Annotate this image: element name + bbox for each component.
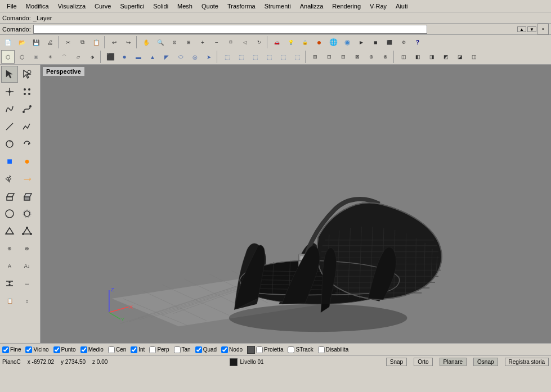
viewport[interactable]: Perspective — [41, 65, 551, 343]
tb2-m4[interactable]: ⬚ — [262, 50, 276, 64]
tb-paste[interactable]: 📋 — [89, 35, 103, 49]
tb-lock[interactable]: 🔒 — [298, 35, 312, 49]
tb2-n4[interactable]: ⊠ — [351, 50, 364, 64]
tb2-r5[interactable]: ◪ — [453, 50, 467, 64]
tb-rotate[interactable]: ↻ — [252, 35, 266, 49]
menu-modifica[interactable]: Modifica — [21, 2, 53, 11]
lt-curve1[interactable] — [1, 101, 18, 118]
lt-scale1[interactable]: ■ — [1, 153, 18, 170]
snap-proietta-check[interactable] — [256, 346, 263, 353]
tb2-m6[interactable]: ⬚ — [290, 50, 304, 64]
lt-extrude[interactable] — [1, 188, 18, 205]
tb2-n2[interactable]: ⊡ — [322, 50, 336, 64]
tb-zoom-ext[interactable]: ⊡ — [168, 35, 181, 49]
snap-int-check[interactable] — [131, 346, 137, 353]
lt-line2[interactable] — [19, 118, 35, 135]
tb2-sphere[interactable]: ● — [118, 50, 131, 64]
tb2-solid[interactable]: ▣ — [29, 50, 43, 64]
lt-extrude2[interactable] — [19, 188, 35, 205]
tb-render2[interactable]: ◼ — [369, 35, 382, 49]
tb2-torus[interactable]: ◎ — [188, 50, 201, 64]
tb2-pyramid[interactable]: ◤ — [160, 50, 173, 64]
planare-btn[interactable]: Planare — [440, 358, 467, 366]
lt-select2[interactable] — [19, 66, 35, 83]
menu-aiuti[interactable]: Aiuti — [391, 2, 412, 11]
lt-rotate2[interactable] — [19, 136, 35, 152]
lt-move2[interactable]: ⟶ — [19, 170, 35, 187]
tb-pan[interactable]: ✋ — [140, 35, 153, 49]
tb2-filter[interactable]: ⬡ — [15, 50, 29, 64]
lt-point[interactable] — [1, 83, 18, 100]
lt-line1[interactable] — [1, 118, 18, 135]
menu-quote[interactable]: Quote — [197, 2, 223, 11]
lt-scale2[interactable]: ● — [19, 153, 35, 170]
tb-save[interactable]: 💾 — [29, 35, 43, 49]
snap-quad-check[interactable] — [195, 346, 202, 353]
tb-render3[interactable]: ⬛ — [383, 35, 396, 49]
snap-btn[interactable]: Snap — [386, 358, 407, 366]
scroll-down-btn[interactable]: ▼ — [527, 26, 536, 32]
snap-vicino-check[interactable] — [25, 346, 32, 353]
snap-tan-check[interactable] — [174, 346, 181, 353]
snap-perp-check[interactable] — [149, 346, 156, 353]
snap-medio-check[interactable] — [80, 346, 87, 353]
menu-visualizza[interactable]: Visualizza — [53, 2, 90, 11]
lt-text2[interactable]: A↓ — [19, 258, 35, 274]
lt-circle1[interactable] — [1, 205, 18, 222]
tb2-n6[interactable]: ⊗ — [379, 50, 392, 64]
lt-layer2[interactable]: ↕ — [19, 292, 35, 309]
tb-settings[interactable]: ⚙ — [397, 35, 410, 49]
snap-strack-check[interactable] — [288, 346, 294, 353]
tb2-r3[interactable]: ◨ — [425, 50, 438, 64]
tb2-m5[interactable]: ⬚ — [276, 50, 290, 64]
tb-render1[interactable]: ▶ — [355, 35, 368, 49]
menu-vray[interactable]: V-Ray — [365, 2, 391, 11]
tb-copy[interactable]: ⧉ — [75, 35, 89, 49]
tb-lamp[interactable]: 💡 — [284, 35, 298, 49]
tb-cut[interactable]: ✂ — [61, 35, 75, 49]
osnap-btn[interactable]: Osnap — [473, 358, 498, 366]
tb-zoom-all[interactable]: ⊟ — [224, 35, 238, 49]
tb2-m3[interactable]: ⬚ — [248, 50, 262, 64]
tb2-point[interactable]: ✳ — [43, 50, 57, 64]
lt-text1[interactable]: A — [1, 258, 18, 274]
menu-mesh[interactable]: Mesh — [173, 2, 197, 11]
tb2-mesh2[interactable]: ⬗ — [86, 50, 99, 64]
scroll-up-btn[interactable]: ▲ — [517, 26, 526, 32]
tb-new[interactable]: 📄 — [1, 35, 15, 49]
tb2-curve[interactable]: ⌒ — [57, 50, 71, 64]
tb-zoom-win[interactable]: 🔍 — [154, 35, 167, 49]
tb-zoom-back[interactable]: ◁ — [238, 35, 252, 49]
tb-zoom-out[interactable]: − — [210, 35, 223, 49]
tb-zoom-in[interactable]: + — [196, 35, 209, 49]
tb2-r1[interactable]: ◫ — [397, 50, 410, 64]
tb-open[interactable]: 📂 — [15, 35, 29, 49]
tb2-cube[interactable]: ⬛ — [104, 50, 117, 64]
tb-print[interactable]: 🖨 — [43, 35, 57, 49]
menu-superfici[interactable]: Superfici — [115, 2, 149, 11]
snap-cen-check[interactable] — [108, 346, 115, 353]
lt-dim2[interactable]: ↔ — [19, 275, 35, 292]
tb2-arrow[interactable]: ➤ — [202, 50, 216, 64]
lt-mesh1[interactable] — [1, 223, 18, 240]
tb-circle[interactable]: ● — [312, 35, 326, 49]
tb-help[interactable]: ? — [411, 35, 424, 49]
command-input[interactable] — [33, 25, 427, 34]
menu-solidi[interactable]: Solidi — [149, 2, 173, 11]
snap-punto-check[interactable] — [53, 346, 60, 353]
menu-curve[interactable]: Curve — [90, 2, 115, 11]
lt-move1[interactable] — [1, 170, 18, 187]
tb2-r4[interactable]: ◩ — [439, 50, 453, 64]
registra-btn[interactable]: Registra storia — [505, 358, 549, 366]
lt-circle2[interactable] — [19, 205, 35, 222]
lt-layer1[interactable]: 📋 — [1, 292, 18, 309]
lt-mesh2[interactable] — [19, 223, 35, 240]
tb-redo[interactable]: ↪ — [122, 35, 135, 49]
tb2-n3[interactable]: ⊟ — [337, 50, 350, 64]
menu-analizza[interactable]: Analizza — [295, 2, 328, 11]
lt-point2[interactable] — [19, 83, 35, 100]
tb2-cylinder[interactable]: ⬭ — [174, 50, 187, 64]
tb-zoom-sel[interactable]: ⊞ — [182, 35, 195, 49]
tb2-surf[interactable]: ▱ — [71, 50, 85, 64]
tb2-m2[interactable]: ⬚ — [234, 50, 248, 64]
